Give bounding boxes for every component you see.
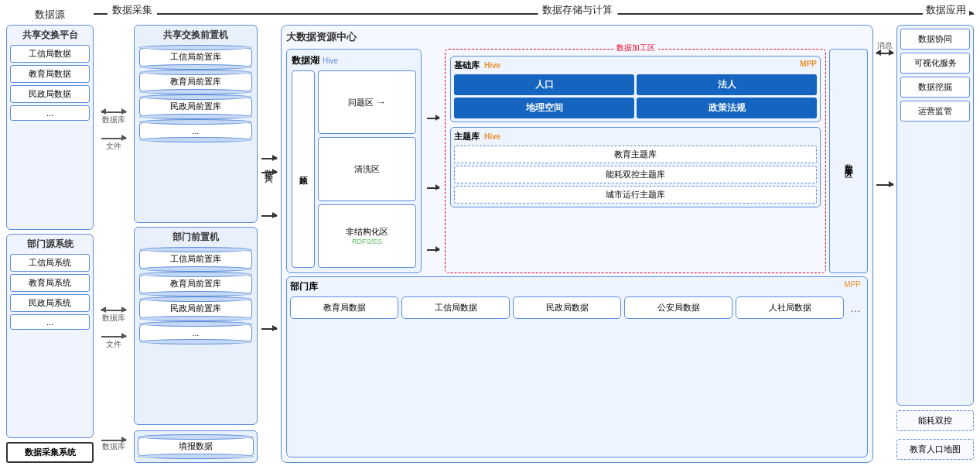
dept-lib-4: 人社局数据 bbox=[736, 296, 844, 319]
lake-original-zone: 原始区 bbox=[292, 70, 315, 268]
data-service-label: 数据服务区 bbox=[843, 157, 855, 165]
datasource-dept-item-3: ... bbox=[10, 314, 90, 330]
shared-db-2: 民政局前置库 bbox=[139, 94, 252, 119]
ds-to-col-arrows: 数据库 文件 数据库 bbox=[94, 25, 134, 463]
theme-item-0: 教育主题库 bbox=[454, 146, 817, 163]
shared-machine-title: 共享交换前置机 bbox=[139, 29, 252, 42]
headers-row: 数据源 数据采集 数据存储与计算 数据应用 bbox=[6, 5, 974, 22]
theme-item-2: 城市运行主题库 bbox=[454, 186, 817, 204]
shared-platform-title: 共享交换平台 bbox=[10, 29, 90, 42]
shared-db-label-0: 工信局前置库 bbox=[139, 48, 252, 67]
header-collection: 数据采集 bbox=[108, 3, 157, 17]
libs-area: 数据加工区 基础库 Hive MPP 人口 法人 地理空间 bbox=[445, 49, 826, 273]
theme-lib: 主题库 Hive 教育主题库 能耗双控主题库 城市运行主题库 bbox=[450, 127, 821, 207]
dept-lib-0: 教育局数据 bbox=[290, 296, 398, 319]
theme-items: 教育主题库 能耗双控主题库 城市运行主题库 bbox=[454, 146, 817, 204]
platform-item-3: ... bbox=[10, 105, 90, 121]
shared-platform-group: 共享交换平台 工信局数据 教育局数据 民政局数据 ... bbox=[6, 25, 94, 230]
header-storage: 数据存储与计算 bbox=[538, 3, 617, 17]
found-item-1: 法人 bbox=[637, 74, 817, 95]
theme-item-1: 能耗双控主题库 bbox=[454, 166, 817, 183]
db-label-1: 数据库 bbox=[102, 115, 125, 125]
data-entry-col: 数据接入 bbox=[258, 25, 281, 463]
lake-inner: 原始区 问题区 → 清洗区 非结构化区 RDFS/ES bbox=[292, 70, 416, 268]
dept-lib-mpp-tag: MPP bbox=[844, 280, 861, 289]
shared-db-label-3: ... bbox=[139, 122, 252, 139]
dept-machine-group: 部门前置机 工信局前置库 教育局前置库 民政局前置库 ... bbox=[134, 227, 258, 425]
fill-report-db: 填报数据 bbox=[138, 434, 254, 459]
shared-db-label-2: 民政局前置库 bbox=[139, 98, 252, 116]
app-dashed-1: 教育人口地图 bbox=[896, 439, 974, 460]
theme-hive-tag: Hive bbox=[484, 132, 500, 141]
platform-item-1: 教育局数据 bbox=[10, 65, 90, 83]
dept-lib-grid: 教育局数据 工信局数据 民政局数据 公安局数据 人社局数据 … bbox=[290, 296, 864, 319]
body-row: 共享交换平台 工信局数据 教育局数据 民政局数据 ... 部门源系统 工信局系统… bbox=[6, 25, 974, 463]
foundation-mpp-tag: MPP bbox=[800, 60, 817, 68]
fill-report-label: 填报数据 bbox=[138, 437, 254, 456]
dept-lib-area: MPP 部门库 教育局数据 工信局数据 民政局数据 公安局数据 人社局数据 … bbox=[286, 276, 868, 457]
shared-db-3: ... bbox=[139, 119, 252, 142]
lake-to-libs-arrows bbox=[425, 49, 442, 273]
app-item-3: 运营监管 bbox=[900, 101, 970, 122]
db-label-2: 数据库 bbox=[102, 313, 125, 324]
found-item-3: 政策法规 bbox=[637, 98, 817, 118]
datasource-dept-item-2: 民政局系统 bbox=[10, 294, 90, 312]
dept-item-0: 工信局系统 bbox=[10, 254, 90, 272]
app-item-0: 数据协同 bbox=[900, 29, 970, 50]
center-to-app-arrows: 消息 bbox=[873, 25, 896, 463]
dept-db-3: ... bbox=[139, 321, 252, 344]
dept-db-label-1: 教育局前置库 bbox=[139, 275, 252, 293]
app-main-group: 数据协同 可视化服务 数据挖掘 运营监管 bbox=[896, 25, 974, 406]
top-arrow-line bbox=[94, 13, 974, 15]
db-label-3: 数据库 bbox=[102, 441, 125, 452]
theme-lib-title-text: 主题库 bbox=[454, 131, 480, 142]
foundation-hive-tag: Hive bbox=[484, 61, 500, 70]
header-datasource: 数据源 bbox=[6, 8, 94, 22]
dept-db-2: 民政局前置库 bbox=[139, 296, 252, 321]
data-lake-title: 数据湖 bbox=[292, 54, 319, 67]
lake-clean-zone: 清洗区 bbox=[318, 137, 416, 200]
foundation-lib-header: 基础库 Hive MPP bbox=[454, 60, 817, 71]
file-label-1: 文件 bbox=[106, 141, 121, 152]
data-service-zone: 数据服务区 bbox=[829, 49, 868, 273]
lake-unstructured-zone: 非结构化区 RDFS/ES bbox=[318, 204, 416, 268]
dept-item-1: 教育局系统 bbox=[10, 274, 90, 292]
collect-sys-box: 数据采集系统 bbox=[6, 442, 94, 463]
bdc-upper: 数据湖 Hive 原始区 问题区 → 清洗区 bbox=[286, 49, 868, 273]
foundation-grid: 人口 法人 地理空间 政策法规 bbox=[454, 74, 817, 118]
bigdata-center-title: 大数据资源中心 bbox=[286, 30, 868, 44]
app-dashed-0: 能耗双控 bbox=[896, 410, 974, 431]
data-processing-zone: 数据加工区 基础库 Hive MPP 人口 法人 地理空间 bbox=[445, 49, 826, 273]
dept-db-label-3: ... bbox=[139, 324, 252, 341]
app-item-1: 可视化服务 bbox=[900, 53, 970, 74]
dept-db-label-0: 工信局前置库 bbox=[139, 250, 252, 269]
found-item-0: 人口 bbox=[454, 74, 634, 95]
dept-db-0: 工信局前置库 bbox=[139, 247, 252, 272]
dept-lib-2: 民政局数据 bbox=[513, 296, 621, 319]
fill-report-group: 填报数据 bbox=[134, 430, 258, 463]
dept-lib-3: 公安局数据 bbox=[624, 296, 732, 319]
shared-db-0: 工信局前置库 bbox=[139, 45, 252, 70]
foundation-lib: 基础库 Hive MPP 人口 法人 地理空间 政策法规 bbox=[450, 56, 821, 122]
application-col: 数据协同 可视化服务 数据挖掘 运营监管 能耗双控 教育人口地图 bbox=[896, 25, 974, 463]
processing-zone-label: 数据加工区 bbox=[613, 43, 658, 53]
data-entry-label: 数据接入 bbox=[264, 163, 275, 169]
theme-lib-header: 主题库 Hive bbox=[454, 131, 817, 142]
foundation-lib-title-text: 基础库 bbox=[454, 60, 480, 71]
file-label-2: 文件 bbox=[106, 339, 121, 350]
dept-db-label-2: 民政局前置库 bbox=[139, 300, 252, 318]
found-item-2: 地理空间 bbox=[454, 98, 634, 118]
dept-machine-title: 部门前置机 bbox=[139, 231, 252, 244]
dept-lib-title: 部门库 bbox=[290, 280, 864, 293]
data-lake-hive-tag: Hive bbox=[323, 57, 338, 65]
header-application: 数据应用 bbox=[923, 3, 969, 17]
dept-db-1: 教育局前置库 bbox=[139, 272, 252, 296]
collection-col: 共享交换前置机 工信局前置库 教育局前置库 民政局前置库 ... 部门前置机 工… bbox=[134, 25, 258, 463]
shared-db-1: 教育局前置库 bbox=[139, 70, 252, 94]
app-item-2: 数据挖掘 bbox=[900, 77, 970, 98]
platform-item-2: 民政局数据 bbox=[10, 85, 90, 103]
shared-db-label-1: 教育局前置库 bbox=[139, 73, 252, 91]
lake-zones-right: 问题区 → 清洗区 非结构化区 RDFS/ES bbox=[318, 70, 416, 268]
dept-source-title: 部门源系统 bbox=[10, 238, 90, 251]
main-layout: 数据源 数据采集 数据存储与计算 数据应用 共享交换平台 工信局数据 教育局数据… bbox=[0, 0, 980, 466]
